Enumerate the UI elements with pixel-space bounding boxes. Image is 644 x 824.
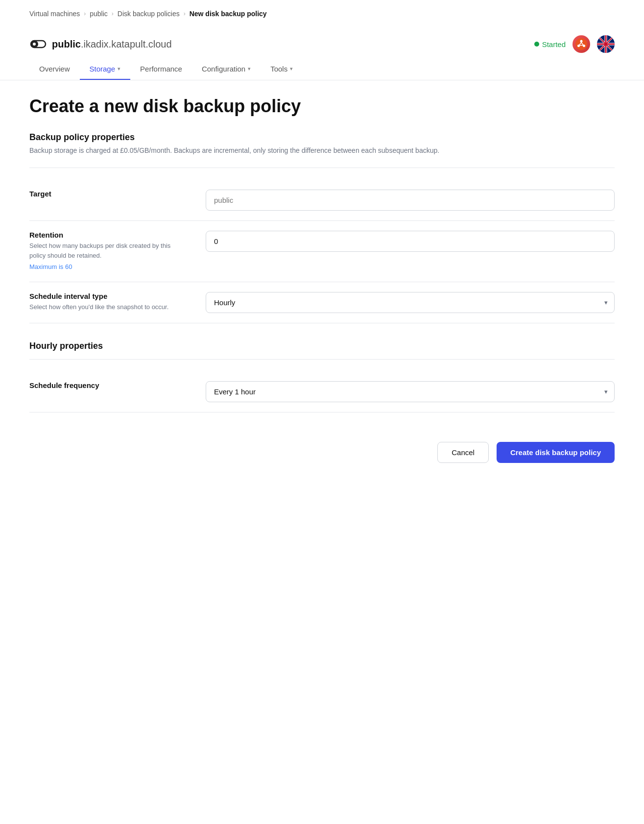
header-right: Started — [534, 35, 615, 53]
status-dot — [534, 42, 539, 47]
tab-overview[interactable]: Overview — [29, 59, 80, 80]
schedule-interval-label: Schedule interval type — [29, 292, 186, 300]
actions-row: Cancel Create disk backup policy — [29, 432, 615, 463]
chevron-down-icon: ▾ — [118, 66, 120, 72]
schedule-interval-label-col: Schedule interval type Select how often … — [29, 292, 186, 312]
retention-label: Retention — [29, 231, 186, 239]
schedule-frequency-label: Schedule frequency — [29, 381, 186, 389]
target-label: Target — [29, 190, 186, 198]
status-label: Started — [542, 40, 566, 48]
retention-label-col: Retention Select how many backups per di… — [29, 231, 186, 272]
target-control-col — [206, 190, 615, 211]
section1-desc: Backup storage is charged at £0.05/GB/mo… — [29, 145, 615, 156]
form-row-target: Target — [29, 180, 615, 221]
breadcrumb-sep-3: › — [184, 10, 186, 17]
breadcrumb: Virtual machines › public › Disk backup … — [0, 0, 644, 27]
retention-desc: Select how many backups per disk created… — [29, 241, 186, 260]
logo-icon — [29, 35, 47, 53]
breadcrumb-sep-2: › — [112, 10, 114, 17]
form-row-retention: Retention Select how many backups per di… — [29, 221, 615, 282]
breadcrumb-sep-1: › — [84, 10, 86, 17]
logo-area: public.ikadix.katapult.cloud — [29, 35, 172, 53]
schedule-frequency-select-wrapper: Every 1 hour Every 2 hours Every 4 hours… — [206, 381, 615, 402]
main-content: Create a new disk backup policy Backup p… — [0, 80, 644, 492]
breadcrumb-disk-policies[interactable]: Disk backup policies — [118, 10, 180, 18]
section1-title: Backup policy properties — [29, 132, 615, 143]
divider-1 — [29, 168, 615, 168]
domain-public: public — [52, 39, 81, 49]
target-input[interactable] — [206, 190, 615, 211]
retention-control-col — [206, 231, 615, 252]
chevron-down-icon-2: ▾ — [248, 66, 251, 72]
schedule-frequency-select[interactable]: Every 1 hour Every 2 hours Every 4 hours… — [206, 381, 615, 402]
schedule-interval-select-wrapper: Hourly Daily Weekly Monthly ▾ — [206, 292, 615, 313]
cancel-button[interactable]: Cancel — [437, 442, 489, 463]
section-hourly-properties: Hourly properties — [29, 341, 615, 351]
schedule-interval-desc: Select how often you'd like the snapshot… — [29, 302, 186, 312]
svg-point-2 — [33, 43, 36, 46]
tab-configuration[interactable]: Configuration ▾ — [192, 59, 261, 80]
retention-input[interactable] — [206, 231, 615, 252]
breadcrumb-current: New disk backup policy — [190, 10, 267, 18]
create-disk-backup-policy-button[interactable]: Create disk backup policy — [497, 442, 615, 463]
tab-storage[interactable]: Storage ▾ — [80, 59, 131, 80]
target-label-col: Target — [29, 190, 186, 198]
schedule-interval-control-col: Hourly Daily Weekly Monthly ▾ — [206, 292, 615, 313]
schedule-frequency-control-col: Every 1 hour Every 2 hours Every 4 hours… — [206, 381, 615, 402]
nav-tabs: Overview Storage ▾ Performance Configura… — [0, 59, 644, 80]
section2-title: Hourly properties — [29, 341, 615, 351]
schedule-interval-select[interactable]: Hourly Daily Weekly Monthly — [206, 292, 615, 313]
domain-rest: .ikadix.katapult.cloud — [81, 39, 172, 49]
status-badge: Started — [534, 40, 566, 48]
schedule-frequency-label-col: Schedule frequency — [29, 381, 186, 389]
divider-2 — [29, 359, 615, 360]
form-row-schedule-interval: Schedule interval type Select how often … — [29, 282, 615, 323]
breadcrumb-vm[interactable]: Virtual machines — [29, 10, 80, 18]
breadcrumb-public[interactable]: public — [90, 10, 108, 18]
logo-text: public.ikadix.katapult.cloud — [52, 39, 172, 50]
svg-point-4 — [580, 40, 583, 43]
retention-max: Maximum is 60 — [29, 262, 186, 272]
form-row-schedule-frequency: Schedule frequency Every 1 hour Every 2 … — [29, 371, 615, 412]
tab-performance[interactable]: Performance — [130, 59, 192, 80]
avatar-ubuntu[interactable] — [572, 35, 590, 53]
page-title: Create a new disk backup policy — [29, 96, 615, 117]
avatar-flag[interactable] — [597, 35, 615, 53]
page-header: public.ikadix.katapult.cloud Started — [0, 27, 644, 53]
tab-tools[interactable]: Tools ▾ — [261, 59, 303, 80]
chevron-down-icon-3: ▾ — [290, 66, 293, 72]
section-backup-properties: Backup policy properties Backup storage … — [29, 132, 615, 156]
